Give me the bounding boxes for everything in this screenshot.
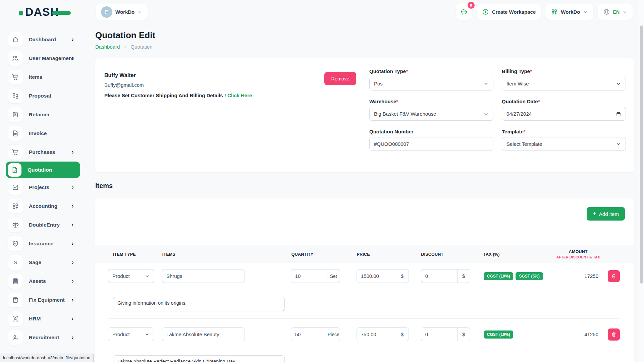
quotation-date-input[interactable]: 04/27/2024 [502, 107, 626, 121]
row-amount: 41250 [568, 331, 598, 337]
sidebar-item-sage[interactable]: SSage [0, 253, 86, 272]
row-amount: 17250 [568, 273, 598, 279]
sidebar-item-doubleentry[interactable]: DoubleEntry [0, 216, 86, 234]
item-type-select[interactable]: Product [108, 269, 154, 283]
home-icon [8, 32, 23, 47]
chevron-right-icon [70, 204, 75, 209]
sidebar-item-label: Projects [29, 184, 49, 190]
letter-s-icon: S [8, 255, 23, 270]
workspace-menu[interactable]: WorkDo [545, 4, 593, 20]
chevron-right-icon [70, 56, 75, 61]
sidebar-item-label: Dashboard [29, 37, 56, 43]
col-discount: DISCOUNT [421, 252, 470, 257]
sidebar-item-accounting[interactable]: Accounting [0, 197, 86, 216]
item-name-input[interactable] [162, 327, 245, 341]
item-name-input[interactable] [162, 269, 245, 283]
sidebar-item-quotation[interactable]: Quotation [6, 162, 80, 178]
breadcrumb-current: Quotation [130, 44, 152, 50]
chevron-down-icon [138, 10, 142, 14]
sidebar-item-invoice[interactable]: Invoice [0, 124, 86, 143]
chevron-right-icon [70, 298, 75, 303]
field-template: Template* Select Template [502, 129, 626, 151]
sidebar-item-dashboard[interactable]: Dashboard [0, 30, 86, 49]
template-select[interactable]: Select Template [502, 137, 626, 151]
quantity-input[interactable] [291, 269, 327, 283]
page-scrollbar[interactable] [639, 0, 644, 362]
item-description-wrap: Giving information on its origins. [108, 297, 620, 313]
sidebar-item-retainer[interactable]: Retainer [0, 105, 86, 124]
discount-input[interactable] [421, 269, 458, 283]
sidebar-item-user-management[interactable]: User Management [0, 49, 86, 68]
trash-icon [611, 274, 616, 279]
sidebar-item-items[interactable]: Items [0, 68, 86, 86]
item-row: Product Set $ $ CGST (10%)SGST (5%) 1725… [108, 269, 620, 283]
chevron-down-icon [145, 274, 150, 279]
workspace-avatar [101, 6, 112, 18]
sidebar-menu: DashboardUser ManagementItemsProposalRet… [0, 30, 86, 347]
price-input[interactable] [357, 327, 396, 341]
discount-unit: $ [458, 269, 470, 283]
logo-dot [19, 11, 23, 15]
chevron-right-icon [70, 316, 75, 321]
quotation-type-select[interactable]: Pos [369, 77, 493, 90]
shipping-details-link[interactable]: Click Here [227, 93, 252, 98]
delete-item-button[interactable] [608, 270, 620, 282]
items-table-header: ITEM TYPE ITEMS QUANTITY PRICE DISCOUNT … [95, 245, 634, 263]
sidebar-item-projects[interactable]: Projects [0, 178, 86, 197]
sidebar-item-fix-equipment[interactable]: Fix Equipment [0, 291, 86, 309]
breadcrumb-dashboard-link[interactable]: Dashboard [95, 44, 120, 50]
sidebar-item-label: Insurance [29, 241, 53, 247]
sidebar-item-insurance[interactable]: Insurance [0, 234, 86, 253]
chevron-down-icon [483, 81, 489, 86]
delete-item-button[interactable] [608, 328, 620, 341]
workspace-menu-label: WorkDo [561, 9, 580, 15]
sidebar-item-label: Items [29, 74, 43, 80]
save-icon [8, 107, 23, 122]
item-description-input[interactable]: Giving information on its origins. [113, 297, 285, 311]
quantity-input[interactable] [291, 327, 327, 341]
field-quotation-type: Quotation Type* Pos [369, 68, 493, 90]
workspace-switcher[interactable]: WorkDo [96, 4, 148, 20]
sidebar-item-assets[interactable]: Assets [0, 272, 86, 291]
item-group: Product Set $ $ CGST (10%)SGST (5%) 1725… [108, 263, 620, 319]
quantity-unit: Set [327, 269, 340, 283]
discount-input[interactable] [421, 327, 458, 341]
add-item-button[interactable]: + Add item [587, 207, 625, 221]
language-selector[interactable]: EN [598, 4, 633, 20]
chevron-right-icon [70, 185, 75, 190]
sidebar-item-purchases[interactable]: Purchases [0, 143, 86, 162]
remove-customer-button[interactable]: Remove [324, 72, 356, 85]
chevron-down-icon [583, 10, 588, 14]
quotation-number-input[interactable] [369, 137, 493, 151]
main-content: Quotation Edit Dashboard Quotation Buffy… [95, 24, 634, 362]
messages-button[interactable]: 0 [456, 4, 472, 20]
layout-swap-icon [8, 88, 23, 103]
sidebar-item-proposal[interactable]: Proposal [0, 86, 86, 105]
col-amount-subtitle: AFTER DISCOUNT & TAX [553, 255, 603, 259]
tax-badge: CGST (10%) [484, 330, 514, 339]
item-type-select[interactable]: Product [108, 327, 154, 341]
sidebar-item-label: Proposal [29, 93, 51, 99]
svg-text:S: S [14, 260, 17, 265]
top-bar: DASH WorkDo 0 Create Workspace [0, 0, 644, 24]
globe-icon [603, 8, 610, 15]
price-input[interactable] [357, 269, 396, 283]
sidebar-item-label: Quotation [28, 167, 52, 173]
warehouse-select[interactable]: Big Basket F&V Warehouse [369, 107, 493, 121]
create-workspace-button[interactable]: Create Workspace [477, 4, 541, 20]
sidebar-item-label: Retainer [29, 112, 50, 118]
item-group: Product Piece $ $ CGST (10%) 41250 Lakme… [108, 319, 620, 362]
item-description-input[interactable]: Lakme Absolute Perfect Radiance Skin Lig… [113, 355, 285, 362]
calculator-icon [8, 274, 23, 289]
sidebar-item-hrm[interactable]: HRM [0, 309, 86, 328]
cart-icon [8, 70, 23, 84]
sidebar-item-recruitment[interactable]: Recruitment [0, 328, 86, 347]
quotation-number-label: Quotation Number [369, 129, 493, 134]
tax-badges: CGST (10%) [484, 330, 550, 339]
person-plus-icon [8, 330, 23, 345]
cart-icon [8, 145, 23, 160]
create-workspace-label: Create Workspace [492, 9, 536, 15]
billing-type-select[interactable]: Item Wise [502, 77, 626, 90]
chevron-down-icon [145, 332, 150, 337]
scrollbar-thumb[interactable] [640, 25, 643, 284]
